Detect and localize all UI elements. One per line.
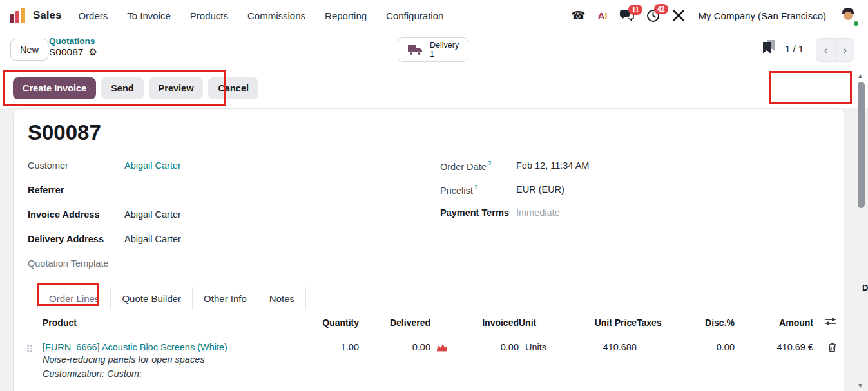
sliders-icon [825,317,836,326]
delivery-address-value[interactable]: Abigail Carter [124,234,181,244]
ai-icon[interactable]: AI [598,10,608,21]
column-delivered: Delivered [359,310,430,334]
wrench-screwdriver-icon [672,9,685,22]
pricelist-value[interactable]: EUR (EUR) [516,184,564,195]
scrollbar-thumb[interactable] [858,82,865,208]
order-reference-title: S00087 [28,120,101,145]
column-amount: Amount [735,310,813,334]
product-customization-line: Customization: Custom: [43,367,284,381]
invoiced-cell[interactable]: 0.00 [452,334,519,381]
field-quotation-template: Quotation Template [28,258,181,283]
field-delivery-address: Delivery Address Abigail Carter [28,234,181,258]
smart-button-count: 1 [430,50,459,59]
create-invoice-button[interactable]: Create Invoice [13,77,96,99]
send-button[interactable]: Send [101,77,143,99]
help-icon: ? [474,184,478,191]
activities-badge: 42 [654,4,668,14]
new-button[interactable]: New [10,39,48,61]
tab-other-info[interactable]: Other Info [192,287,258,310]
breadcrumb-current-record: S00087 [49,46,83,58]
column-disc: Disc.% [698,310,735,334]
product-description-line: Noise-reducing panels for open spaces [43,352,284,367]
table-header-row: Product Quantity Delivered Invoiced Unit… [23,310,836,334]
pager-next-button[interactable]: › [835,38,854,62]
online-status-dot [853,20,860,27]
payment-terms-value[interactable]: Immediate [516,207,560,218]
preview-button[interactable]: Preview [149,77,204,99]
field-pricelist: Pricelist? EUR (EUR) [440,184,589,208]
activities-icon[interactable]: 42 [646,9,660,23]
breadcrumb-quotations[interactable]: Quotations [49,36,97,46]
user-avatar[interactable] [838,6,858,25]
form-view-background: S00087 Customer Abigail Carter Referrer … [0,108,868,391]
tab-order-lines[interactable]: Order Lines [37,287,110,310]
field-label: Invoice Address [28,209,124,220]
quantity-cell[interactable]: 1.00 [284,334,359,381]
menu-products[interactable]: Products [190,10,228,21]
handle-column-header [23,310,43,334]
pager-previous-button[interactable]: ‹ [816,38,835,62]
row-drag-handle[interactable] [23,334,43,381]
unit-price-cell[interactable]: 410.688 [574,334,637,381]
column-taxes: Taxes [637,310,698,334]
voip-phone-icon[interactable]: ☎ [571,8,585,23]
spacer-column [430,310,452,334]
cancel-button[interactable]: Cancel [208,77,258,99]
forecast-area-chart-icon [436,343,447,352]
field-label: Pricelist? [440,184,516,196]
column-product: Product [43,310,284,334]
gear-icon[interactable]: ⚙ [88,46,97,58]
main-menu: Orders To Invoice Products Commissions R… [78,10,443,21]
top-navbar: Sales Orders To Invoice Products Commiss… [0,0,868,31]
tools-icon[interactable] [672,9,685,22]
tab-quote-builder[interactable]: Quote Builder [110,287,192,310]
delivery-smart-button[interactable]: Delivery 1 [398,37,468,62]
truck-icon [407,43,424,56]
taxes-cell[interactable] [637,334,698,381]
record-pager-count: 1 / 1 [785,43,804,54]
product-link[interactable]: [FURN_6666] Acoustic Bloc Screens (White… [43,342,284,352]
help-icon: ? [488,160,492,167]
optional-columns-toggle[interactable] [813,310,836,334]
unit-cell[interactable]: Units [519,334,574,381]
favorite-bookmark-icon[interactable] [763,40,776,54]
field-label: Order Date? [440,160,516,172]
form-sheet: S00087 Customer Abigail Carter Referrer … [13,108,844,391]
smart-button-label: Delivery [430,41,459,50]
customer-link[interactable]: Abigail Carter [124,160,181,171]
messages-badge: 11 [628,5,642,15]
messages-icon[interactable]: 11 [620,10,634,21]
menu-commissions[interactable]: Commissions [247,10,305,21]
order-lines-table: Product Quantity Delivered Invoiced Unit… [23,310,836,381]
menu-configuration[interactable]: Configuration [386,10,443,21]
order-date-value[interactable]: Feb 12, 11:34 AM [516,160,589,171]
field-customer: Customer Abigail Carter [28,160,181,185]
invoice-address-value[interactable]: Abigail Carter [124,209,181,220]
amount-cell: 410.69 € [735,334,813,381]
scrollbar-up-arrow[interactable]: ▲ [857,72,863,79]
disc-cell[interactable]: 0.00 [698,334,735,381]
form-status-bar: Create Invoice Send Preview Cancel Quota… [0,70,868,108]
company-name[interactable]: My Company (San Francisco) [699,10,826,21]
menu-to-invoice[interactable]: To Invoice [127,10,171,21]
forecast-button[interactable] [430,334,452,381]
scrollbar-down-arrow[interactable]: ▼ [857,382,863,389]
clipped-text: D [862,283,868,292]
left-field-column: Customer Abigail Carter Referrer Invoice… [28,160,181,283]
column-unit: Unit [519,310,574,334]
column-invoiced: Invoiced [452,310,519,334]
sales-app-icon[interactable] [10,8,25,23]
menu-orders[interactable]: Orders [78,10,108,21]
column-unit-price: Unit Price [574,310,637,334]
right-field-column: Order Date? Feb 12, 11:34 AM Pricelist? … [440,160,589,231]
field-payment-terms: Payment Terms Immediate [440,207,589,231]
delete-line-button[interactable] [813,334,836,381]
app-name[interactable]: Sales [33,9,61,22]
tab-notes[interactable]: Notes [258,287,306,310]
trash-icon [828,343,836,352]
delivered-cell[interactable]: 0.00 [359,334,430,381]
field-invoice-address: Invoice Address Abigail Carter [28,209,181,234]
field-label: Referrer [28,185,124,195]
field-label: Quotation Template [28,258,124,269]
menu-reporting[interactable]: Reporting [325,10,367,21]
